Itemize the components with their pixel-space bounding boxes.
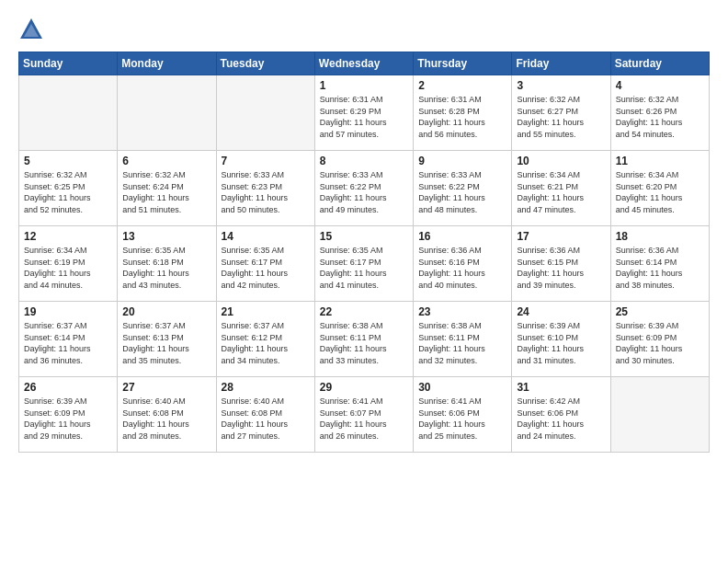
weekday-header-saturday: Saturday <box>610 52 709 75</box>
day-number: 26 <box>24 381 112 394</box>
day-number: 23 <box>418 305 506 318</box>
day-number: 1 <box>320 79 408 92</box>
calendar-cell: 14Sunrise: 6:35 AMSunset: 6:17 PMDayligh… <box>216 226 314 302</box>
weekday-header-monday: Monday <box>118 52 216 75</box>
weekday-header-sunday: Sunday <box>19 52 118 75</box>
day-info: Sunrise: 6:42 AMSunset: 6:06 PMDaylight:… <box>517 396 605 442</box>
day-info: Sunrise: 6:33 AMSunset: 6:23 PMDaylight:… <box>222 169 310 215</box>
day-info: Sunrise: 6:39 AMSunset: 6:10 PMDaylight:… <box>517 320 605 366</box>
day-info: Sunrise: 6:34 AMSunset: 6:19 PMDaylight:… <box>24 245 112 291</box>
day-number: 2 <box>418 79 506 92</box>
day-number: 24 <box>517 305 605 318</box>
day-number: 21 <box>222 305 310 318</box>
calendar-cell <box>19 75 118 151</box>
calendar-cell: 25Sunrise: 6:39 AMSunset: 6:09 PMDayligh… <box>610 302 709 377</box>
day-number: 20 <box>122 305 210 318</box>
calendar-cell: 15Sunrise: 6:35 AMSunset: 6:17 PMDayligh… <box>314 226 413 302</box>
calendar-header: SundayMondayTuesdayWednesdayThursdayFrid… <box>19 52 710 75</box>
calendar-cell: 20Sunrise: 6:37 AMSunset: 6:13 PMDayligh… <box>118 302 216 377</box>
calendar-cell: 13Sunrise: 6:35 AMSunset: 6:18 PMDayligh… <box>118 226 216 302</box>
day-number: 4 <box>616 79 704 92</box>
day-info: Sunrise: 6:31 AMSunset: 6:29 PMDaylight:… <box>320 94 408 140</box>
week-row-3: 12Sunrise: 6:34 AMSunset: 6:19 PMDayligh… <box>19 226 710 302</box>
day-number: 17 <box>517 230 605 243</box>
calendar-cell: 27Sunrise: 6:40 AMSunset: 6:08 PMDayligh… <box>118 377 216 453</box>
day-number: 14 <box>222 230 310 243</box>
day-info: Sunrise: 6:35 AMSunset: 6:18 PMDaylight:… <box>122 245 210 291</box>
calendar-cell: 12Sunrise: 6:34 AMSunset: 6:19 PMDayligh… <box>19 226 118 302</box>
day-info: Sunrise: 6:40 AMSunset: 6:08 PMDaylight:… <box>222 396 310 442</box>
day-info: Sunrise: 6:31 AMSunset: 6:28 PMDaylight:… <box>418 94 506 140</box>
calendar-cell: 19Sunrise: 6:37 AMSunset: 6:14 PMDayligh… <box>19 302 118 377</box>
day-number: 18 <box>616 230 704 243</box>
calendar-cell: 21Sunrise: 6:37 AMSunset: 6:12 PMDayligh… <box>216 302 314 377</box>
calendar-cell: 26Sunrise: 6:39 AMSunset: 6:09 PMDayligh… <box>19 377 118 453</box>
day-info: Sunrise: 6:32 AMSunset: 6:27 PMDaylight:… <box>517 94 605 140</box>
day-number: 25 <box>616 305 704 318</box>
day-number: 16 <box>418 230 506 243</box>
day-info: Sunrise: 6:36 AMSunset: 6:16 PMDaylight:… <box>418 245 506 291</box>
day-number: 29 <box>320 381 408 394</box>
week-row-5: 26Sunrise: 6:39 AMSunset: 6:09 PMDayligh… <box>19 377 710 453</box>
day-info: Sunrise: 6:33 AMSunset: 6:22 PMDaylight:… <box>320 169 408 215</box>
weekday-header-tuesday: Tuesday <box>216 52 314 75</box>
day-info: Sunrise: 6:33 AMSunset: 6:22 PMDaylight:… <box>418 169 506 215</box>
day-number: 11 <box>616 155 704 167</box>
day-number: 6 <box>122 155 210 167</box>
day-number: 10 <box>517 155 605 167</box>
day-info: Sunrise: 6:38 AMSunset: 6:11 PMDaylight:… <box>320 320 408 366</box>
calendar-body: 1Sunrise: 6:31 AMSunset: 6:29 PMDaylight… <box>19 75 710 453</box>
week-row-2: 5Sunrise: 6:32 AMSunset: 6:25 PMDaylight… <box>19 151 710 226</box>
calendar-cell: 28Sunrise: 6:40 AMSunset: 6:08 PMDayligh… <box>216 377 314 453</box>
day-number: 7 <box>222 155 310 167</box>
calendar-table: SundayMondayTuesdayWednesdayThursdayFrid… <box>18 52 710 453</box>
day-number: 13 <box>122 230 210 243</box>
day-info: Sunrise: 6:38 AMSunset: 6:11 PMDaylight:… <box>418 320 506 366</box>
calendar-cell: 8Sunrise: 6:33 AMSunset: 6:22 PMDaylight… <box>314 151 413 226</box>
day-info: Sunrise: 6:41 AMSunset: 6:06 PMDaylight:… <box>418 396 506 442</box>
calendar-cell: 22Sunrise: 6:38 AMSunset: 6:11 PMDayligh… <box>314 302 413 377</box>
calendar-cell: 11Sunrise: 6:34 AMSunset: 6:20 PMDayligh… <box>610 151 709 226</box>
calendar-cell: 4Sunrise: 6:32 AMSunset: 6:26 PMDaylight… <box>610 75 709 151</box>
calendar-cell: 30Sunrise: 6:41 AMSunset: 6:06 PMDayligh… <box>414 377 512 453</box>
day-info: Sunrise: 6:32 AMSunset: 6:26 PMDaylight:… <box>616 94 704 140</box>
day-number: 27 <box>122 381 210 394</box>
day-number: 12 <box>24 230 112 243</box>
day-info: Sunrise: 6:37 AMSunset: 6:14 PMDaylight:… <box>24 320 112 366</box>
calendar-cell: 18Sunrise: 6:36 AMSunset: 6:14 PMDayligh… <box>610 226 709 302</box>
calendar-cell: 5Sunrise: 6:32 AMSunset: 6:25 PMDaylight… <box>19 151 118 226</box>
calendar-cell <box>610 377 709 453</box>
logo-icon <box>18 17 44 42</box>
calendar-cell: 7Sunrise: 6:33 AMSunset: 6:23 PMDaylight… <box>216 151 314 226</box>
weekday-header-row: SundayMondayTuesdayWednesdayThursdayFrid… <box>19 52 710 75</box>
calendar-cell: 16Sunrise: 6:36 AMSunset: 6:16 PMDayligh… <box>414 226 512 302</box>
calendar-cell: 9Sunrise: 6:33 AMSunset: 6:22 PMDaylight… <box>414 151 512 226</box>
calendar-page: SundayMondayTuesdayWednesdayThursdayFrid… <box>0 0 728 563</box>
day-info: Sunrise: 6:36 AMSunset: 6:15 PMDaylight:… <box>517 245 605 291</box>
day-number: 28 <box>222 381 310 394</box>
day-number: 19 <box>24 305 112 318</box>
header <box>18 17 710 42</box>
calendar-cell: 31Sunrise: 6:42 AMSunset: 6:06 PMDayligh… <box>512 377 610 453</box>
weekday-header-wednesday: Wednesday <box>314 52 413 75</box>
calendar-cell: 2Sunrise: 6:31 AMSunset: 6:28 PMDaylight… <box>414 75 512 151</box>
weekday-header-friday: Friday <box>512 52 610 75</box>
day-info: Sunrise: 6:35 AMSunset: 6:17 PMDaylight:… <box>222 245 310 291</box>
calendar-cell: 6Sunrise: 6:32 AMSunset: 6:24 PMDaylight… <box>118 151 216 226</box>
day-info: Sunrise: 6:35 AMSunset: 6:17 PMDaylight:… <box>320 245 408 291</box>
day-number: 15 <box>320 230 408 243</box>
calendar-cell <box>118 75 216 151</box>
calendar-cell: 17Sunrise: 6:36 AMSunset: 6:15 PMDayligh… <box>512 226 610 302</box>
day-info: Sunrise: 6:32 AMSunset: 6:25 PMDaylight:… <box>24 169 112 215</box>
day-info: Sunrise: 6:39 AMSunset: 6:09 PMDaylight:… <box>616 320 704 366</box>
logo <box>18 17 48 42</box>
calendar-cell: 29Sunrise: 6:41 AMSunset: 6:07 PMDayligh… <box>314 377 413 453</box>
day-number: 22 <box>320 305 408 318</box>
day-number: 30 <box>418 381 506 394</box>
day-number: 9 <box>418 155 506 167</box>
day-number: 3 <box>517 79 605 92</box>
day-info: Sunrise: 6:34 AMSunset: 6:21 PMDaylight:… <box>517 169 605 215</box>
calendar-cell: 23Sunrise: 6:38 AMSunset: 6:11 PMDayligh… <box>414 302 512 377</box>
day-info: Sunrise: 6:37 AMSunset: 6:13 PMDaylight:… <box>122 320 210 366</box>
day-info: Sunrise: 6:34 AMSunset: 6:20 PMDaylight:… <box>616 169 704 215</box>
